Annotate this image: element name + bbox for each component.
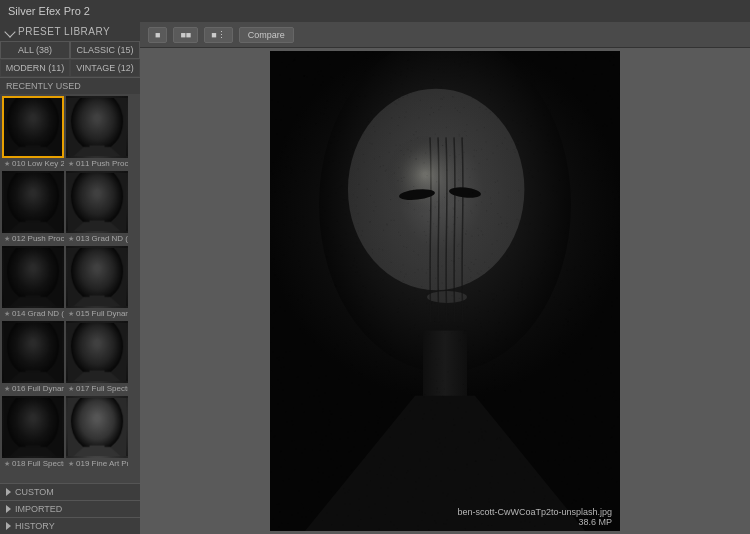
star-icon-1: ★ [68,160,74,168]
image-filesize: 38.6 MP [457,517,612,527]
preset-thumb-5 [66,246,128,308]
main-layout: PRESET LIBRARY ALL (38) CLASSIC (15) MOD… [0,22,750,534]
preset-label-1: ★ 011 Push Proces... [66,158,128,169]
view-twoup-button[interactable]: ■■ [173,27,198,43]
preset-thumb-3 [66,171,128,233]
preset-label-5: ★ 015 Full Dynami... [66,308,128,319]
preset-item-4[interactable]: ★ 014 Grad ND (EV... [2,246,64,319]
custom-expand-icon [6,488,11,496]
preset-thumb-0 [2,96,64,158]
preset-canvas-7 [68,323,126,381]
preset-row: ★ 010 Low Key 2 ★ 011 Push Proces... [2,96,138,169]
star-icon-2: ★ [4,235,10,243]
image-info: ben-scott-CwWCoaTp2to-unsplash.jpg 38.6 … [457,507,612,527]
image-filename: ben-scott-CwWCoaTp2to-unsplash.jpg [457,507,612,517]
tab-modern[interactable]: MODERN (11) [0,59,70,77]
preset-row: ★ 014 Grad ND (EV... ★ 015 Full Dynami..… [2,246,138,319]
custom-section[interactable]: CUSTOM [0,483,140,500]
preset-label-7: ★ 017 Full Spectru... [66,383,128,394]
tab-classic[interactable]: CLASSIC (15) [70,41,140,59]
image-area: ben-scott-CwWCoaTp2to-unsplash.jpg 38.6 … [140,48,750,534]
preset-item-0[interactable]: ★ 010 Low Key 2 [2,96,64,169]
preset-canvas-9 [68,398,126,456]
preset-item-7[interactable]: ★ 017 Full Spectru... [66,321,128,394]
left-panel: PRESET LIBRARY ALL (38) CLASSIC (15) MOD… [0,22,140,534]
preset-item-3[interactable]: ★ 013 Grad ND (EV... [66,171,128,244]
preset-thumb-1 [66,96,128,158]
filter-tabs: ALL (38) CLASSIC (15) [0,41,140,59]
history-section[interactable]: HISTORY [0,517,140,534]
preset-canvas-8 [4,398,62,456]
preset-thumb-9 [66,396,128,458]
preset-canvas-2 [4,173,62,231]
preset-canvas-0 [4,98,62,156]
preset-canvas-4 [4,248,62,306]
grid-wrapper: ★ 010 Low Key 2 ★ 011 Push Proces... [0,94,140,483]
preset-label-9: ★ 019 Fine Art Pro... [66,458,128,469]
preset-thumb-6 [2,321,64,383]
preset-item-6[interactable]: ★ 016 Full Dynami... [2,321,64,394]
view-single-button[interactable]: ■ [148,27,167,43]
preset-item-5[interactable]: ★ 015 Full Dynami... [66,246,128,319]
preset-canvas-1 [68,98,126,156]
star-icon-8: ★ [4,460,10,468]
recently-used-label: RECENTLY USED [6,81,81,91]
portrait-canvas [270,51,620,531]
app-title: Silver Efex Pro 2 [8,5,90,17]
preset-thumb-8 [2,396,64,458]
star-icon-7: ★ [68,385,74,393]
star-icon-4: ★ [4,310,10,318]
preset-item-8[interactable]: ★ 018 Full Spectr... [2,396,64,469]
tab-all[interactable]: ALL (38) [0,41,70,59]
right-area: ■ ■■ ■⋮ Compare ben-scott-CwWCoaTp2to-un… [140,22,750,534]
collapse-icon [4,26,15,37]
preset-canvas-5 [68,248,126,306]
preset-thumb-7 [66,321,128,383]
star-icon-3: ★ [68,235,74,243]
preset-row: ★ 012 Push Proce... ★ 013 Grad ND (EV... [2,171,138,244]
top-toolbar: ■ ■■ ■⋮ Compare [140,22,750,48]
view-filmstrip-button[interactable]: ■⋮ [204,27,232,43]
preset-thumb-4 [2,246,64,308]
category-tabs: MODERN (11) VINTAGE (12) [0,59,140,77]
preset-grid[interactable]: ★ 010 Low Key 2 ★ 011 Push Proces... [0,94,140,483]
history-expand-icon [6,522,11,530]
preset-label-0: ★ 010 Low Key 2 [2,158,64,169]
star-icon-6: ★ [4,385,10,393]
preset-item-9[interactable]: ★ 019 Fine Art Pro... [66,396,128,469]
imported-section[interactable]: IMPORTED [0,500,140,517]
preset-label-8: ★ 018 Full Spectr... [2,458,64,469]
star-icon-5: ★ [68,310,74,318]
tab-vintage[interactable]: VINTAGE (12) [70,59,140,77]
history-label: HISTORY [15,521,55,531]
custom-label: CUSTOM [15,487,54,497]
preset-label-3: ★ 013 Grad ND (EV... [66,233,128,244]
preset-row: ★ 018 Full Spectr... ★ 019 Fine Art Pro.… [2,396,138,469]
preset-thumb-2 [2,171,64,233]
imported-expand-icon [6,505,11,513]
imported-label: IMPORTED [15,504,62,514]
preset-library-label: PRESET LIBRARY [18,26,110,37]
bottom-panels: CUSTOM IMPORTED HISTORY [0,483,140,534]
preset-canvas-6 [4,323,62,381]
preset-label-2: ★ 012 Push Proce... [2,233,64,244]
preset-item-2[interactable]: ★ 012 Push Proce... [2,171,64,244]
preset-label-6: ★ 016 Full Dynami... [2,383,64,394]
image-container: ben-scott-CwWCoaTp2to-unsplash.jpg 38.6 … [270,51,620,531]
compare-button[interactable]: Compare [239,27,294,43]
preset-row: ★ 016 Full Dynami... ★ 017 Full Spectru.… [2,321,138,394]
preset-label-4: ★ 014 Grad ND (EV... [2,308,64,319]
preset-library-header[interactable]: PRESET LIBRARY [0,22,140,41]
preset-item-1[interactable]: ★ 011 Push Proces... [66,96,128,169]
star-icon-0: ★ [4,160,10,168]
recently-used-bar[interactable]: RECENTLY USED [0,77,140,94]
preset-canvas-3 [68,173,126,231]
title-bar: Silver Efex Pro 2 [0,0,750,22]
star-icon-9: ★ [68,460,74,468]
